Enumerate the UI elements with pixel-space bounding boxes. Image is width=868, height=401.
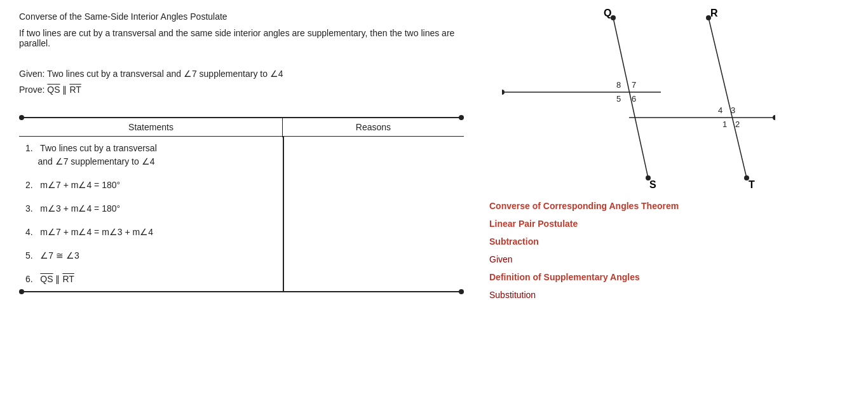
reason-option-4[interactable]: Given <box>489 250 858 268</box>
right-panel: Q R S T 8 7 5 6 4 3 1 2 Converse of Corr… <box>483 0 868 401</box>
postulate-title: Converse of the Same-Side Interior Angle… <box>19 11 464 22</box>
proof-rows: 1. Two lines cut by a transversal and ∠7… <box>19 137 464 291</box>
reason-option-5[interactable]: Definition of Supplementary Angles <box>489 268 858 286</box>
reason-option-1[interactable]: Converse of Corresponding Angles Theorem <box>489 197 858 215</box>
reason-option-3[interactable]: Subtraction <box>489 233 858 250</box>
proof-row-4: 4. m∠7 + m∠4 = m∠3 + m∠4 <box>19 221 464 244</box>
statement-4: 4. m∠7 + m∠4 = m∠3 + m∠4 <box>19 226 283 239</box>
svg-point-1 <box>502 90 505 95</box>
prove-label: Prove: <box>19 85 44 95</box>
col-reasons: Reasons <box>356 122 391 132</box>
row6-num: 6. <box>25 274 37 284</box>
left-panel: Converse of the Same-Side Interior Angle… <box>0 0 483 401</box>
label-T: T <box>749 179 755 190</box>
label-6: 6 <box>632 94 636 104</box>
statement-6: 6. QS ∥ RT <box>19 273 283 286</box>
label-S: S <box>649 179 656 190</box>
label-2: 2 <box>735 119 740 129</box>
statement-3: 3. m∠3 + m∠4 = 180° <box>19 202 283 215</box>
proof-row-6: 6. QS ∥ RT <box>19 268 464 291</box>
label-8: 8 <box>616 80 621 90</box>
col-statements: Statements <box>128 122 173 132</box>
row5-stmt: ∠7 ≅ ∠3 <box>40 250 79 261</box>
proof-row-1: 1. Two lines cut by a transversal and ∠7… <box>19 137 464 173</box>
diagram-svg: Q R S T 8 7 5 6 4 3 1 2 <box>502 6 775 191</box>
label-7: 7 <box>632 80 636 90</box>
label-1: 1 <box>722 119 727 129</box>
postulate-desc: If two lines are cut by a transversal an… <box>19 28 464 48</box>
row6-stmt: QS ∥ RT <box>40 274 74 284</box>
row5-num: 5. <box>25 250 37 261</box>
proof-row-2: 2. m∠7 + m∠4 = 180° <box>19 173 464 197</box>
label-Q: Q <box>604 8 611 18</box>
row1-num: 1. <box>25 143 37 153</box>
page: Converse of the Same-Side Interior Angle… <box>0 0 868 401</box>
statement-1: 1. Two lines cut by a transversal and ∠7… <box>19 142 283 168</box>
reason-option-6[interactable]: Substitution <box>489 286 858 304</box>
proof-row-3: 3. m∠3 + m∠4 = 180° <box>19 197 464 221</box>
reasons-list: Converse of Corresponding Angles Theorem… <box>489 197 858 304</box>
row4-stmt: m∠7 + m∠4 = m∠3 + m∠4 <box>40 227 153 237</box>
svg-line-7 <box>709 18 747 178</box>
row2-num: 2. <box>25 180 37 190</box>
label-5: 5 <box>616 94 621 104</box>
given-label: Given: <box>19 69 44 79</box>
svg-point-3 <box>773 115 775 120</box>
proof-table: Statements Reasons 1. Two lines cut by a… <box>19 117 464 292</box>
label-4: 4 <box>718 105 722 115</box>
row3-num: 3. <box>25 203 37 214</box>
prove-text: QS ∥ RT <box>47 85 81 95</box>
row1-stmt: Two lines cut by a transversal and ∠7 su… <box>25 143 157 167</box>
statement-5: 5. ∠7 ≅ ∠3 <box>19 249 283 262</box>
reason-option-2[interactable]: Linear Pair Postulate <box>489 215 858 233</box>
row3-stmt: m∠3 + m∠4 = 180° <box>40 203 120 214</box>
proof-row-5: 5. ∠7 ≅ ∠3 <box>19 244 464 268</box>
given-line: Given: Two lines cut by a transversal an… <box>19 66 464 82</box>
row4-num: 4. <box>25 227 37 237</box>
prove-line: Prove: QS ∥ RT <box>19 82 464 98</box>
row2-stmt: m∠7 + m∠4 = 180° <box>40 180 120 190</box>
given-text: Two lines cut by a transversal and ∠7 su… <box>47 69 283 79</box>
label-R: R <box>710 8 718 18</box>
statement-2: 2. m∠7 + m∠4 = 180° <box>19 179 283 192</box>
label-3: 3 <box>731 105 735 115</box>
given-prove-section: Given: Two lines cut by a transversal an… <box>19 66 464 98</box>
